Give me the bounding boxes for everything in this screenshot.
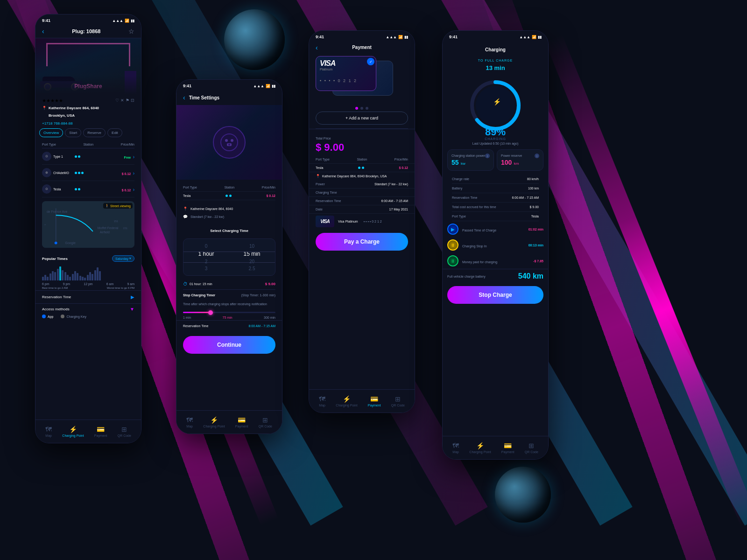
- p2-reservation-row: Reservation Time 8:00 AM - 7:15 AM: [176, 320, 282, 331]
- p1-chevron-down-icon: ▾: [129, 257, 131, 260]
- p1-tab-reserve[interactable]: Reserve: [83, 128, 106, 137]
- p4-total-cost-row: Total cost accrued for this time $ 9.00: [452, 203, 539, 212]
- p1-row2-arrow[interactable]: ›: [133, 171, 134, 176]
- p4-stop-button[interactable]: Stop Charge: [447, 286, 543, 304]
- p4-nav-charging[interactable]: ⚡ Charging Point: [469, 442, 491, 454]
- p1-popular-label: Popular Times: [42, 257, 68, 261]
- p3-back-button[interactable]: ‹: [316, 44, 318, 51]
- p2-nav-charging[interactable]: ⚡ Charging Point: [203, 416, 225, 428]
- p2-continue-button[interactable]: Continue: [183, 336, 275, 354]
- p1-tab-start[interactable]: Start: [65, 128, 81, 137]
- p1-row1-arrow[interactable]: ›: [133, 154, 134, 160]
- p1-flag-icon[interactable]: ⚑: [126, 98, 129, 103]
- p1-star-button[interactable]: ☆: [128, 28, 134, 35]
- p2-nav-map[interactable]: 🗺 Map: [186, 416, 193, 428]
- p1-access-arrow-icon[interactable]: ▼: [130, 307, 134, 312]
- p3-signal-icon: ▲▲▲: [386, 35, 397, 39]
- p1-map[interactable]: 🚶 Street.viewing de France Ave Moffet Fe…: [42, 201, 134, 248]
- p1-signal-icon: ▲▲▲: [112, 19, 123, 23]
- p1-street-view-text: Street.viewing: [110, 204, 131, 208]
- p3-add-card-button[interactable]: + Add a new card: [316, 112, 408, 125]
- p2-table-header: Port Type Station Price/Min: [183, 183, 275, 192]
- p2-nav-qr[interactable]: ⊞ QR Code: [259, 416, 272, 428]
- p4-reserve-label: Power reserve: [501, 154, 522, 158]
- p2-back-button[interactable]: ‹: [183, 94, 185, 101]
- p1-heart-icon[interactable]: ♡: [115, 98, 119, 103]
- p4-charging-label: CHARGING: [485, 137, 506, 140]
- p1-reservation-arrow-icon[interactable]: ▶: [131, 294, 134, 300]
- p1-close-icon[interactable]: ✕: [120, 98, 124, 103]
- p2-slider[interactable]: [176, 310, 282, 315]
- chart-bar: [94, 270, 96, 280]
- p3-nav-map[interactable]: 🗺 Map: [319, 395, 325, 407]
- chart-bar: [67, 275, 69, 280]
- p3-nav-charging[interactable]: ⚡ Charging Point: [336, 395, 357, 407]
- p1-access-section: Access methods ▼ App Charging Key: [35, 303, 141, 321]
- p1-time-label: 9 am: [127, 282, 134, 286]
- p4-full-charge-time: 13 min: [486, 64, 505, 71]
- phone4-screen: 9:41 ▲▲▲ 📶 ▮▮ Charging TO FULL CHARGE 13…: [443, 31, 548, 459]
- p4-passed-time-val: 01:02 min: [529, 228, 543, 231]
- chart-bar: [74, 271, 76, 280]
- p4-gauge-value: 89% CHARGING: [485, 127, 506, 140]
- p1-nav-payment[interactable]: 💳 Payment: [94, 426, 107, 437]
- p2-selected-time-text: 01 hour: 15 min: [190, 282, 212, 286]
- p4-stop-in-content: Charging Stop In: [462, 241, 525, 249]
- p2-nav-charging-label: Charging Point: [203, 425, 225, 428]
- p4-nav-qr[interactable]: ⊞ QR Code: [525, 442, 538, 454]
- p3-nav-payment[interactable]: 💳 Payment: [368, 395, 381, 407]
- p3-card-type-front: Platinum: [320, 68, 372, 71]
- p2-slider-thumb[interactable]: [208, 310, 213, 315]
- chart-group-4: [64, 272, 71, 280]
- chart-bar: [64, 272, 66, 280]
- p4-full-charge-section: TO FULL CHARGE 13 min: [443, 55, 548, 74]
- p3-card-front[interactable]: ✓ VISA Platinum • • • • 0 2 1 2: [316, 56, 376, 91]
- p1-nav-map[interactable]: 🗺 Map: [45, 426, 52, 437]
- p1-location-pin: 📍: [42, 106, 47, 110]
- chart-bar: [72, 274, 74, 280]
- p1-tab-overview[interactable]: Overview: [39, 128, 63, 137]
- p4-port-type-row: Port Type Tesla: [452, 212, 539, 221]
- p1-tab-edit[interactable]: Edit: [107, 128, 122, 137]
- phone-payment: 9:41 ▲▲▲ 📶 ▮▮ ‹ Payment VISA Platinum • …: [309, 30, 415, 413]
- p2-slider-val: 75 min: [223, 316, 233, 319]
- p1-app-dot-icon: [42, 315, 46, 318]
- p3-pay-button[interactable]: Pay a Charge: [316, 233, 408, 251]
- p4-info-icon[interactable]: i: [485, 154, 490, 158]
- p4-full-battery-val: 540 km: [518, 272, 543, 280]
- p1-dot: [78, 188, 80, 190]
- p3-nav-qr[interactable]: ⊞ QR Code: [391, 395, 405, 407]
- p1-street-view-label[interactable]: 🚶 Street.viewing: [103, 203, 133, 209]
- p3-nav-charging-label: Charging Point: [336, 404, 357, 407]
- chart-bar-highlight: [59, 266, 61, 280]
- p1-nav-charging[interactable]: ⚡ Charging Point: [62, 426, 84, 437]
- p1-nav-qr[interactable]: ⊞ QR Code: [118, 426, 131, 437]
- p4-nav-payment[interactable]: 💳 Payment: [501, 442, 514, 454]
- svg-text:Google: Google: [65, 241, 76, 245]
- p1-app-option: App: [42, 315, 53, 318]
- p2-slider-track[interactable]: [183, 312, 275, 313]
- p2-nav-payment-label: Payment: [235, 425, 248, 428]
- p4-reserve-info-icon[interactable]: i: [535, 154, 539, 158]
- p4-charge-rate-row: Charge rate 80 km/h: [452, 175, 539, 184]
- svg-text:+: +: [44, 223, 46, 226]
- p1-back-button[interactable]: ‹: [42, 28, 44, 35]
- p1-reservation-row[interactable]: Reservation Time ▶: [35, 290, 141, 303]
- p2-nav-payment[interactable]: 💳 Payment: [235, 416, 248, 428]
- p4-port-val: Tesla: [531, 215, 539, 218]
- p3-card-area: VISA Platinum • • • • 0 2 1 2 ✓ VISA Pla…: [309, 54, 415, 105]
- p1-qr-icon: ⊞: [121, 426, 127, 433]
- p1-header: ‹ Plug: 10868 ☆: [35, 25, 141, 38]
- p1-row3-arrow[interactable]: ›: [133, 187, 134, 192]
- p1-phone-number: +1718 768-884-88: [35, 121, 141, 128]
- p4-stop-in-icon: ⏸: [447, 239, 458, 251]
- chart-bar: [54, 272, 56, 280]
- p3-visa-logo-front: VISA: [320, 59, 372, 68]
- p2-time-picker[interactable]: 0 1 hour 2 3 10 15 min 20 2.5: [183, 238, 275, 276]
- p4-nav-map[interactable]: 🗺 Map: [452, 442, 459, 454]
- p1-share-icon[interactable]: ⊡: [131, 98, 134, 103]
- p1-row3-price: $ 0.12 ›: [103, 185, 134, 193]
- p1-day-selector[interactable]: Saturday ▾: [112, 255, 134, 262]
- p4-play-icon: ▶: [451, 227, 455, 232]
- p2-standard-text: Standart (7 kw - 22 kw): [190, 215, 224, 218]
